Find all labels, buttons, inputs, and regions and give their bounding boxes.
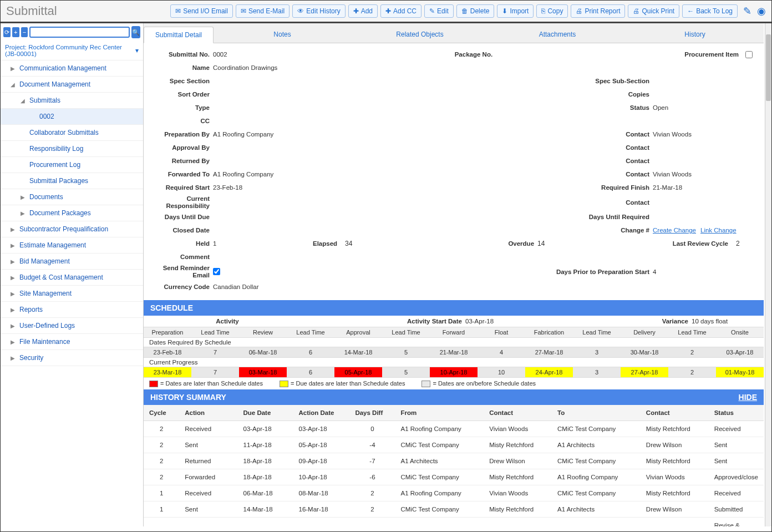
nav-bid-management[interactable]: ▶Bid Management bbox=[1, 254, 143, 270]
table-row[interactable]: 2Forwarded18-Apr-1810-Apr-18-6CMiC Test … bbox=[144, 469, 764, 485]
legend-yellow-icon bbox=[280, 381, 288, 387]
procurement-item-checkbox[interactable] bbox=[745, 51, 753, 58]
legend-none-icon bbox=[421, 381, 430, 387]
send-reminder-checkbox[interactable] bbox=[213, 268, 220, 275]
nav-estimate-management[interactable]: ▶Estimate Management bbox=[1, 237, 143, 254]
nav-document-packages[interactable]: ▶Document Packages bbox=[1, 205, 143, 221]
nav-site-management[interactable]: ▶Site Management bbox=[1, 286, 143, 302]
nav-0002[interactable]: 0002 bbox=[1, 109, 143, 125]
table-row[interactable]: 2Received03-Apr-1803-Apr-180A1 Roofing C… bbox=[144, 420, 764, 437]
edit-history-button[interactable]: 👁 Edit History bbox=[292, 4, 345, 18]
chevron-down-icon: ▾ bbox=[135, 47, 139, 54]
nav-procurement-log[interactable]: Procurement Log bbox=[1, 157, 143, 173]
collapse-icon[interactable]: − bbox=[21, 27, 28, 37]
create-change-link[interactable]: Create Change bbox=[653, 227, 696, 234]
history-header: HISTORY SUMMARY HIDE bbox=[144, 389, 764, 405]
nav-budget-cost-management[interactable]: ▶Budget & Cost Management bbox=[1, 270, 143, 286]
quick-print-button[interactable]: 🖨 Quick Print bbox=[628, 4, 679, 18]
refresh-icon[interactable]: ⟳ bbox=[3, 27, 11, 37]
nav-collaborator-submittals[interactable]: Collaborator Submittals bbox=[1, 125, 143, 141]
project-selector[interactable]: Project: Rockford Community Rec Center (… bbox=[1, 41, 143, 60]
search-button[interactable]: 🔍 bbox=[131, 26, 140, 38]
expand-icon[interactable]: + bbox=[12, 27, 19, 37]
import-button[interactable]: ⬇ Import bbox=[497, 4, 534, 18]
nav-submittals[interactable]: ◢Submittals bbox=[1, 93, 143, 109]
tab-bar: Submittal DetailNotesRelated ObjectsAtta… bbox=[144, 23, 764, 43]
edit-note-icon[interactable]: ✎ bbox=[743, 5, 751, 17]
nav-submittal-packages[interactable]: Submittal Packages bbox=[1, 173, 143, 189]
table-row[interactable]: 1Returned21-Mar-1823-Mar-182A1 Architect… bbox=[144, 517, 764, 526]
tab-related-objects[interactable]: Related Objects bbox=[351, 27, 489, 43]
package-no-label: Package No. bbox=[413, 51, 496, 58]
nav-communication-management[interactable]: ▶Communication Management bbox=[1, 60, 143, 77]
content-area: Submittal DetailNotesRelated ObjectsAtta… bbox=[144, 23, 771, 526]
history-hide-link[interactable]: HIDE bbox=[739, 393, 757, 402]
table-row[interactable]: 2Sent11-Apr-1805-Apr-18-4CMiC Test Compa… bbox=[144, 437, 764, 453]
send-e-mail-button[interactable]: ✉ Send E-Mail bbox=[236, 4, 290, 18]
back-to-log-button[interactable]: ← Back To Log bbox=[682, 4, 738, 18]
nav-subcontractor-prequalification[interactable]: ▶Subcontractor Prequalification bbox=[1, 221, 143, 237]
schedule-columns: PreparationLead TimeReviewLead TimeAppro… bbox=[144, 327, 764, 338]
tab-notes[interactable]: Notes bbox=[214, 27, 351, 43]
nav-reports[interactable]: ▶Reports bbox=[1, 302, 143, 318]
table-row[interactable]: 2Returned18-Apr-1809-Apr-18-7A1 Architec… bbox=[144, 453, 764, 469]
user-icon[interactable]: ◉ bbox=[757, 5, 766, 17]
legend-red-icon bbox=[149, 381, 158, 387]
page-title: Submittal bbox=[6, 4, 167, 18]
schedule-required-row: 23-Feb-18706-Mar-18614-Mar-18521-Mar-184… bbox=[144, 347, 764, 358]
procurement-item-label: Procurement Item bbox=[684, 51, 742, 58]
submittal-detail-panel: Submittal No. 0002 Package No. Procureme… bbox=[144, 43, 764, 300]
tab-attachments[interactable]: Attachments bbox=[489, 27, 626, 43]
schedule-legend: = Dates are later than Schedule dates = … bbox=[144, 378, 764, 389]
search-input[interactable] bbox=[29, 27, 130, 38]
submittal-no-label: Submittal No. bbox=[155, 51, 213, 58]
copy-button[interactable]: ⎘ Copy bbox=[536, 4, 568, 18]
nav-user-defined-logs[interactable]: ▶User-Defined Logs bbox=[1, 318, 143, 334]
link-change-link[interactable]: Link Change bbox=[700, 227, 737, 234]
add-cc-button[interactable]: ✚ Add CC bbox=[380, 4, 421, 18]
top-toolbar: Submittal ✉ Send I/O Email✉ Send E-Mail👁… bbox=[1, 1, 771, 23]
nav-document-management[interactable]: ◢Document Management bbox=[1, 77, 143, 93]
status-value: Open bbox=[653, 104, 753, 111]
tab-submittal-detail[interactable]: Submittal Detail bbox=[144, 27, 214, 43]
name-value: Coordination Drawings bbox=[213, 64, 324, 71]
scrollbar[interactable] bbox=[765, 23, 771, 526]
tab-history[interactable]: History bbox=[626, 27, 764, 43]
send-i-o-email-button[interactable]: ✉ Send I/O Email bbox=[170, 4, 233, 18]
delete-button[interactable]: 🗑 Delete bbox=[456, 4, 495, 18]
submittal-no-value: 0002 bbox=[213, 51, 324, 58]
nav-security[interactable]: ▶Security bbox=[1, 350, 143, 366]
print-report-button[interactable]: 🖨 Print Report bbox=[571, 4, 625, 18]
nav-responsibility-log[interactable]: Responsibility Log bbox=[1, 141, 143, 157]
nav-documents[interactable]: ▶Documents bbox=[1, 189, 143, 205]
nav-file-maintenance[interactable]: ▶File Maintenance bbox=[1, 334, 143, 350]
edit-button[interactable]: ✎ Edit bbox=[424, 4, 454, 18]
schedule-header: SCHEDULE bbox=[144, 300, 764, 316]
add-button[interactable]: ✚ Add bbox=[348, 4, 378, 18]
history-table: CycleActionDue DateAction DateDays DiffF… bbox=[144, 405, 764, 526]
schedule-progress-row: 23-Mar-18703-Mar-18605-Apr-18510-Apr-181… bbox=[144, 367, 764, 378]
navigation-sidebar: ⟳ + − 🔍 Project: Rockford Community Rec … bbox=[1, 23, 144, 526]
table-row[interactable]: 1Received06-Mar-1808-Mar-182A1 Roofing C… bbox=[144, 485, 764, 501]
table-row[interactable]: 1Sent14-Mar-1816-Mar-182CMiC Test Compan… bbox=[144, 501, 764, 517]
